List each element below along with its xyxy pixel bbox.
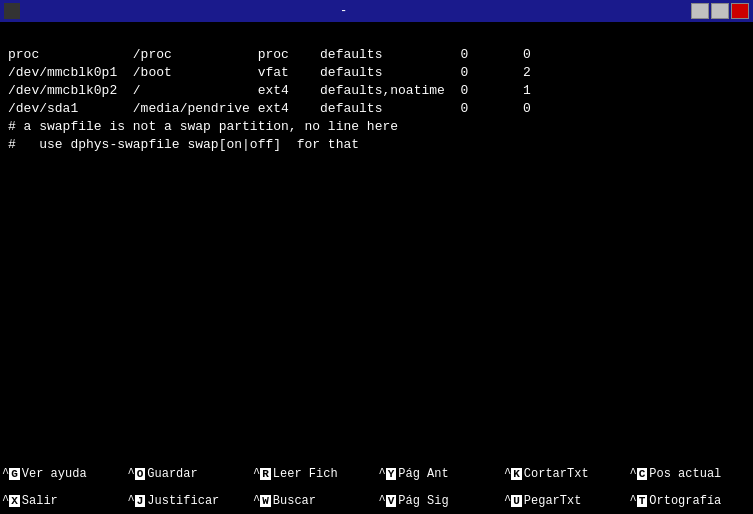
footer-item[interactable]: ^KCortarTxt [502, 460, 628, 487]
footer-label: Buscar [273, 494, 316, 508]
footer-label: Pág Ant [398, 467, 448, 481]
footer-label: Salir [22, 494, 58, 508]
footer-item[interactable]: ^RLeer Fich [251, 460, 377, 487]
footer-key: ^V [379, 494, 397, 508]
titlebar-separator1: - [340, 4, 347, 18]
footer-key: ^U [504, 494, 522, 508]
footer-key: ^Y [379, 467, 397, 481]
footer-label: Pág Sig [398, 494, 448, 508]
titlebar-middle: - [336, 4, 375, 18]
terminal-area[interactable]: proc /proc proc defaults 0 0 /dev/mmcblk… [0, 42, 753, 460]
app-icon [4, 3, 20, 19]
titlebar-controls[interactable] [691, 3, 749, 19]
footer-item[interactable]: ^OGuardar [126, 460, 252, 487]
footer-label: Justificar [147, 494, 219, 508]
footer-key: ^C [630, 467, 648, 481]
footer-label: Leer Fich [273, 467, 338, 481]
minimize-button[interactable] [691, 3, 709, 19]
close-button[interactable] [731, 3, 749, 19]
nano-header [0, 22, 753, 42]
terminal-content: proc /proc proc defaults 0 0 /dev/mmcblk… [8, 46, 745, 154]
footer-key: ^T [630, 494, 648, 508]
footer-item[interactable]: ^TOrtografía [628, 487, 754, 514]
footer-key: ^W [253, 494, 271, 508]
footer-label: Ortografía [649, 494, 721, 508]
nano-footer: ^GVer ayuda^OGuardar^RLeer Fich^YPág Ant… [0, 460, 753, 514]
titlebar: - [0, 0, 753, 22]
footer-item[interactable]: ^WBuscar [251, 487, 377, 514]
footer-label: CortarTxt [524, 467, 589, 481]
footer-item[interactable]: ^CPos actual [628, 460, 754, 487]
footer-key: ^R [253, 467, 271, 481]
footer-item[interactable]: ^JJustificar [126, 487, 252, 514]
footer-key: ^X [2, 494, 20, 508]
footer-item[interactable]: ^XSalir [0, 487, 126, 514]
footer-key: ^K [504, 467, 522, 481]
footer-item[interactable]: ^UPegarTxt [502, 487, 628, 514]
titlebar-left [4, 3, 20, 19]
footer-key: ^J [128, 494, 146, 508]
footer-item[interactable]: ^VPág Sig [377, 487, 503, 514]
footer-label: Guardar [147, 467, 197, 481]
restore-button[interactable] [711, 3, 729, 19]
footer-label: PegarTxt [524, 494, 582, 508]
footer-row-1: ^GVer ayuda^OGuardar^RLeer Fich^YPág Ant… [0, 460, 753, 487]
footer-label: Ver ayuda [22, 467, 87, 481]
footer-item[interactable]: ^GVer ayuda [0, 460, 126, 487]
footer-key: ^G [2, 467, 20, 481]
footer-item[interactable]: ^YPág Ant [377, 460, 503, 487]
footer-label: Pos actual [649, 467, 721, 481]
footer-key: ^O [128, 467, 146, 481]
footer-row-2: ^XSalir^JJustificar^WBuscar^VPág Sig^UPe… [0, 487, 753, 514]
